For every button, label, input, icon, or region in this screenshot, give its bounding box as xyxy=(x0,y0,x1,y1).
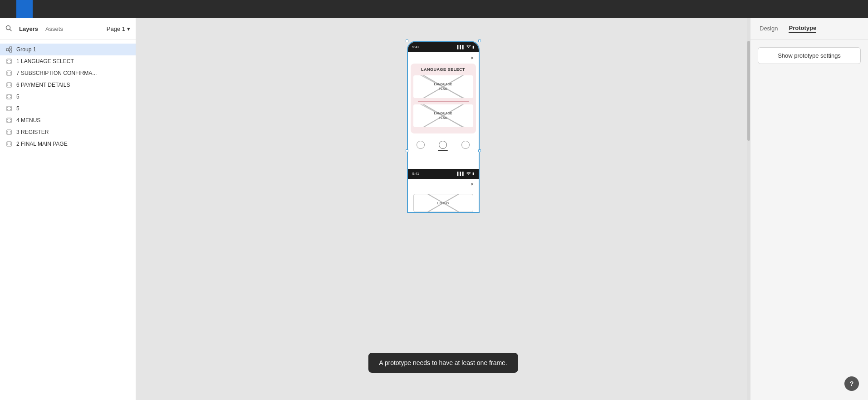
frame-icon xyxy=(5,69,13,77)
layer-8[interactable]: 2 FINAL MAIN PAGE xyxy=(0,138,136,150)
selection-handle-tl[interactable] xyxy=(406,40,408,42)
battery-icon: ▮ xyxy=(472,45,474,49)
help-icon: ? xyxy=(850,380,854,387)
layer-2-label: 7 SUBSCRIPTION CONFIRMA... xyxy=(16,70,130,76)
svg-rect-30 xyxy=(7,118,11,123)
phone-2-status-right: ▌▌▌ ▮ xyxy=(457,172,474,176)
svg-rect-40 xyxy=(7,142,11,146)
layer-1[interactable]: 1 LANGUAGE SELECT xyxy=(0,55,136,67)
canvas-area[interactable]: 9:41 ▌▌▌ ▮ xyxy=(136,18,750,400)
tab-prototype[interactable]: Prototype xyxy=(789,25,816,33)
nav-dot-center[interactable] xyxy=(439,141,447,149)
svg-rect-5 xyxy=(7,59,11,64)
frame-icon xyxy=(5,58,13,65)
tab-design[interactable]: Design xyxy=(760,25,778,33)
phone-status-bar-2: 9:41 ▌▌▌ ▮ xyxy=(408,169,479,179)
right-panel: Design Prototype Show prototype settings xyxy=(750,18,868,400)
chevron-down-icon: ▾ xyxy=(127,25,130,32)
layer-4-label: 5 xyxy=(16,94,130,100)
wifi-icon xyxy=(466,44,471,49)
layer-1-label: 1 LANGUAGE SELECT xyxy=(16,58,130,64)
frame-icon xyxy=(5,140,13,148)
layer-6-label: 4 MENUS xyxy=(16,117,130,123)
svg-rect-10 xyxy=(7,71,11,75)
close-button-2[interactable]: × xyxy=(469,181,476,188)
svg-rect-20 xyxy=(7,94,11,99)
layer-3-label: 6 PAYMENT DETAILS xyxy=(16,82,130,88)
close-icon-2: × xyxy=(471,181,474,188)
signal-icon-2: ▌▌▌ xyxy=(457,172,465,176)
phone-mockup-1: 9:41 ▌▌▌ ▮ xyxy=(407,41,480,151)
frame-icon xyxy=(5,81,13,89)
assets-tab[interactable]: Assets xyxy=(45,24,63,34)
svg-line-1 xyxy=(10,30,12,31)
layer-2[interactable]: 7 SUBSCRIPTION CONFIRMA... xyxy=(0,67,136,79)
battery-icon-2: ▮ xyxy=(472,172,474,176)
help-button[interactable]: ? xyxy=(844,376,859,391)
layer-5[interactable]: 5 xyxy=(0,103,136,114)
layer-4[interactable]: 5 xyxy=(0,91,136,103)
search-icon[interactable] xyxy=(5,25,12,33)
phone-connector xyxy=(407,151,480,169)
lang-divider xyxy=(418,101,469,102)
selection-handle-tr[interactable] xyxy=(478,40,481,42)
svg-rect-15 xyxy=(7,83,11,87)
nav-dot-left[interactable] xyxy=(417,141,425,149)
page-selector[interactable]: Page 1 ▾ xyxy=(107,25,130,32)
language-select-card: LANGUAGE SELECT LANGUAGE FLAG xyxy=(411,64,476,133)
phone-inner-2: × LOGO xyxy=(408,179,479,212)
right-scrollbar[interactable] xyxy=(747,18,750,400)
top-bar xyxy=(0,0,868,18)
right-panel-tabs: Design Prototype xyxy=(750,18,868,40)
sidebar-header: Layers Assets Page 1 ▾ xyxy=(0,18,136,40)
main-layout: Layers Assets Page 1 ▾ Group 1 xyxy=(0,18,868,400)
frame-icon xyxy=(5,105,13,112)
phone-status-bar: 9:41 ▌▌▌ ▮ xyxy=(408,42,479,52)
phone-frame-1: 9:41 ▌▌▌ ▮ xyxy=(407,41,480,151)
top-bar-tabs xyxy=(0,0,33,18)
tab-edit[interactable] xyxy=(16,0,33,18)
left-sidebar: Layers Assets Page 1 ▾ Group 1 xyxy=(0,18,136,400)
show-prototype-settings-button[interactable]: Show prototype settings xyxy=(758,47,861,64)
phone-time: 9:41 xyxy=(412,45,420,49)
logo-label: LOGO xyxy=(437,201,450,205)
layers-tab[interactable]: Layers xyxy=(19,24,38,34)
scrollbar-thumb xyxy=(747,41,750,141)
canvas-content: 9:41 ▌▌▌ ▮ xyxy=(407,41,480,213)
language-select-title: LANGUAGE SELECT xyxy=(413,67,473,72)
selection-handle-br[interactable] xyxy=(478,149,481,152)
layer-5-label: 5 xyxy=(16,105,130,112)
phone-bottom-bar xyxy=(408,138,479,151)
selection-handle-bl[interactable] xyxy=(406,149,408,152)
svg-rect-25 xyxy=(7,106,11,111)
svg-rect-2 xyxy=(6,49,9,51)
phone-2-time: 9:41 xyxy=(412,172,420,176)
svg-rect-3 xyxy=(10,47,12,49)
layer-8-label: 2 FINAL MAIN PAGE xyxy=(16,141,130,147)
layer-7-label: 3 REGISTER xyxy=(16,129,130,135)
layer-3[interactable]: 6 PAYMENT DETAILS xyxy=(0,79,136,91)
second-close-row: × xyxy=(411,181,476,188)
group-icon xyxy=(5,46,13,53)
close-button[interactable]: × xyxy=(469,54,476,62)
frame-icon xyxy=(5,128,13,136)
layers-list: Group 1 1 LANGUAGE SELECT xyxy=(0,40,136,153)
svg-point-46 xyxy=(468,174,469,175)
layer-group1[interactable]: Group 1 xyxy=(0,44,136,55)
tab-file[interactable] xyxy=(0,0,16,18)
language-flag-2[interactable]: LANGUAGE FLAG xyxy=(413,104,473,127)
phone-inner-1: × LANGUAGE SELECT LANGUAGE FLAG xyxy=(408,52,479,138)
logo-placeholder: LOGO xyxy=(413,194,473,212)
layer-7[interactable]: 3 REGISTER xyxy=(0,126,136,138)
wifi-icon-2 xyxy=(466,172,471,176)
language-flag-1[interactable]: LANGUAGE FLAG xyxy=(413,75,473,98)
flag-2-label: LANGUAGE FLAG xyxy=(434,111,452,120)
layer-6[interactable]: 4 MENUS xyxy=(0,114,136,126)
signal-icon: ▌▌▌ xyxy=(457,45,465,49)
svg-point-45 xyxy=(468,47,469,48)
tooltip: A prototype needs to have at least one f… xyxy=(368,353,518,373)
frame-icon xyxy=(5,93,13,100)
nav-dot-right[interactable] xyxy=(461,141,470,149)
phone-mockup-2: 9:41 ▌▌▌ ▮ × xyxy=(407,169,480,213)
tooltip-message: A prototype needs to have at least one f… xyxy=(379,359,507,366)
